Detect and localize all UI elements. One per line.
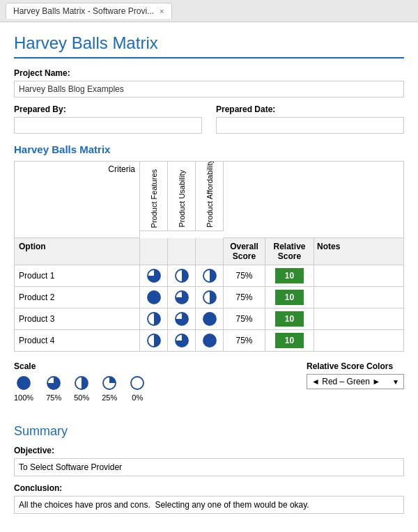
- scale-row: 100% 75% 50% 25% 0%: [14, 375, 145, 402]
- ball-cell: [140, 265, 168, 286]
- col-header-label-2: Product Affordability: [204, 162, 215, 230]
- browser-tab[interactable]: Harvey Balls Matrix - Software Provi... …: [6, 3, 172, 19]
- option-label: Product 3: [15, 308, 140, 329]
- relative-colors-label: Relative Score Colors: [307, 361, 393, 371]
- relative-badge: 10: [275, 311, 304, 327]
- tab-label: Harvey Balls Matrix - Software Provi...: [13, 6, 154, 16]
- relative-score-cell: 10: [265, 308, 314, 329]
- scale-item: 25%: [102, 375, 117, 402]
- ball-cell: [140, 330, 168, 351]
- summary-title: Summary: [14, 424, 404, 439]
- scale-label: 0%: [132, 393, 143, 402]
- overall-score-cell: 75%: [224, 308, 265, 329]
- matrix-table: Criteria Product Features Product Usabil…: [14, 161, 404, 352]
- color-dropdown[interactable]: ◄ Red – Green ► ▼: [307, 374, 404, 389]
- browser-tab-bar: Harvey Balls Matrix - Software Provi... …: [0, 0, 418, 22]
- scale-label: 100%: [14, 393, 33, 402]
- ball-cell: [196, 287, 224, 308]
- scale-section: Scale 100% 75% 50% 25% 0%: [14, 361, 145, 402]
- summary-section: Summary Objective: Conclusion:: [14, 424, 404, 521]
- col-header-1: Product Usability: [168, 162, 196, 231]
- col-label-row: Option Overall Score Relative Score Note…: [15, 238, 403, 265]
- prepared-date-input[interactable]: [216, 117, 404, 134]
- ball-cell: [196, 265, 224, 286]
- scale-and-colors: Scale 100% 75% 50% 25% 0% Relative Score…: [14, 361, 404, 413]
- notes-cell: [314, 287, 403, 308]
- matrix-section-title: Harvey Balls Matrix: [14, 143, 404, 155]
- scale-item: 0%: [130, 375, 145, 402]
- table-row: Product 3 75% 10: [15, 308, 403, 330]
- table-row: Product 1 75% 10: [15, 265, 403, 287]
- ball-cell: [168, 330, 196, 351]
- svg-point-16: [131, 377, 144, 389]
- relative-score-cell: 10: [265, 330, 314, 351]
- relative-score-cell: 10: [265, 265, 314, 286]
- conclusion-input[interactable]: [14, 496, 404, 514]
- prepared-date-label: Prepared Date:: [216, 104, 404, 114]
- scale-item: 50%: [74, 375, 89, 402]
- table-row: Product 2 75% 10: [15, 287, 403, 308]
- prepared-by-label: Prepared By:: [14, 104, 202, 114]
- objective-input[interactable]: [14, 458, 404, 476]
- ball-col-2: [196, 238, 224, 265]
- scale-label: 25%: [102, 393, 117, 402]
- tab-close-button[interactable]: ×: [160, 7, 164, 15]
- col-header-0: Product Features: [140, 162, 168, 231]
- project-name-label: Project Name:: [14, 68, 404, 78]
- scale-label: 50%: [74, 393, 89, 402]
- overall-score-cell: 75%: [224, 330, 265, 351]
- page-content: Harvey Balls Matrix Project Name: Prepar…: [0, 22, 418, 532]
- relative-colors-section: Relative Score Colors ◄ Red – Green ► ▼: [307, 361, 404, 389]
- notes-cell: [314, 265, 403, 286]
- relative-badge: 10: [275, 268, 304, 283]
- overall-score-header: Overall Score: [224, 238, 265, 265]
- prepared-by-input[interactable]: [14, 117, 202, 134]
- col-header-label-0: Product Features: [148, 166, 160, 230]
- conclusion-label: Conclusion:: [14, 483, 404, 493]
- ball-cell: [168, 308, 196, 329]
- relative-badge: 10: [275, 290, 304, 305]
- column-headers: Product Features Product Usability Produ…: [140, 162, 224, 238]
- objective-label: Objective:: [14, 446, 404, 455]
- option-label: Product 4: [15, 330, 140, 351]
- ball-cell: [168, 287, 196, 308]
- option-label: Product 1: [15, 265, 140, 286]
- scale-title: Scale: [14, 361, 145, 371]
- option-label: Product 2: [15, 287, 140, 308]
- scale-item: 100%: [14, 375, 33, 402]
- scale-item: 75%: [46, 375, 61, 402]
- notes-cell: [314, 308, 403, 329]
- relative-score-cell: 10: [265, 287, 314, 308]
- page-title: Harvey Balls Matrix: [14, 33, 404, 58]
- project-name-input[interactable]: [14, 81, 404, 97]
- ball-cell: [140, 287, 168, 308]
- col-header-2: Product Affordability: [196, 162, 224, 231]
- ball-cell: [168, 265, 196, 286]
- relative-score-header: Relative Score: [265, 238, 314, 265]
- notes-cell: [314, 330, 403, 351]
- option-col-header: Option: [15, 238, 140, 265]
- matrix-rows: Product 1 75% 10 Product 2: [15, 265, 403, 351]
- ball-cell: [196, 308, 224, 329]
- relative-badge: 10: [275, 333, 304, 348]
- color-dropdown-value: ◄ Red – Green ►: [311, 377, 380, 386]
- ball-cell: [140, 308, 168, 329]
- ball-cell: [196, 330, 224, 351]
- overall-score-cell: 75%: [224, 265, 265, 286]
- scale-label: 75%: [46, 393, 61, 402]
- dropdown-arrow-icon: ▼: [392, 378, 399, 386]
- criteria-header-row: Criteria Product Features Product Usabil…: [15, 162, 403, 238]
- ball-col-0: [140, 238, 168, 265]
- col-header-label-1: Product Usability: [176, 167, 187, 230]
- table-row: Product 4 75% 10: [15, 330, 403, 351]
- criteria-label-cell: Criteria: [15, 162, 140, 238]
- overall-score-cell: 75%: [224, 287, 265, 308]
- notes-header: Notes: [314, 238, 403, 265]
- ball-col-1: [168, 238, 196, 265]
